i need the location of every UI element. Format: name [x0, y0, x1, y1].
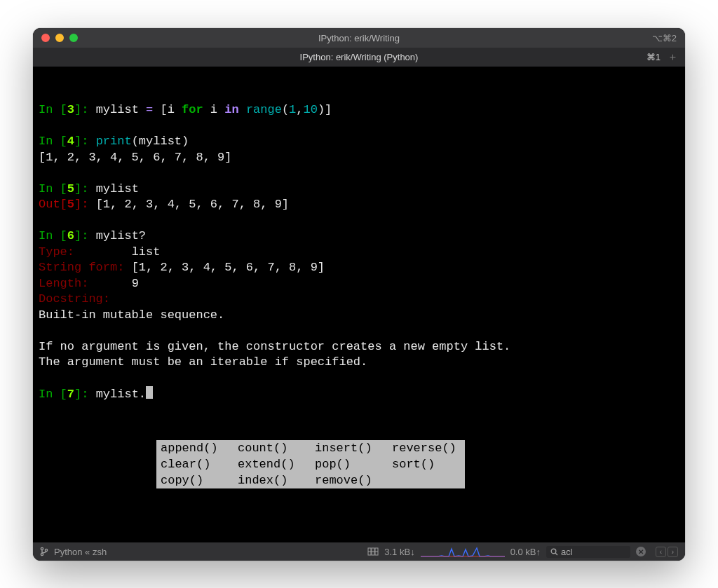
terminal-line: Docstring: [39, 292, 679, 308]
branch-icon [40, 547, 48, 556]
cursor [146, 386, 153, 399]
upload-rate: 0.0 kB↑ [510, 547, 541, 557]
svg-point-0 [41, 547, 43, 549]
terminal-line [39, 118, 679, 135]
search-icon [550, 548, 558, 556]
completion-item[interactable]: clear() [156, 456, 233, 472]
completion-item[interactable]: extend() [233, 456, 311, 472]
download-rate: 3.1 kB↓ [384, 547, 414, 557]
completion-item[interactable]: append() [156, 440, 233, 456]
terminal-body[interactable]: In [3]: mylist = [i for i in range(1,10)… [33, 67, 685, 542]
terminal-line [39, 371, 679, 387]
network-sparkline [421, 546, 505, 557]
svg-point-1 [41, 553, 43, 555]
terminal-line: In [6]: mylist? [39, 228, 679, 245]
svg-line-8 [555, 553, 557, 555]
terminal-line: In [7]: mylist. [39, 386, 679, 403]
minimize-button[interactable] [55, 34, 64, 42]
status-search[interactable]: acl [546, 546, 630, 558]
completion-item[interactable]: reverse() [388, 440, 465, 456]
tabbar: IPython: erik/Writing (Python) ⌘1 ＋ [33, 48, 685, 67]
terminal-line: [1, 2, 3, 4, 5, 6, 7, 8, 9] [39, 150, 679, 166]
terminal-line: In [3]: mylist = [i for i in range(1,10)… [39, 102, 679, 118]
status-process: Python « zsh [54, 547, 107, 557]
completion-item[interactable]: count() [233, 440, 311, 456]
terminal-line: The argument must be an iterable if spec… [39, 355, 679, 371]
svg-point-7 [551, 549, 556, 554]
close-button[interactable] [41, 34, 50, 42]
completion-popup[interactable]: append()count()insert()reverse()clear()e… [156, 440, 465, 488]
network-icon [367, 547, 379, 556]
completion-item[interactable]: remove() [311, 472, 388, 488]
terminal-line: If no argument is given, the constructor… [39, 339, 679, 355]
terminal-line [39, 213, 679, 229]
terminal-line: In [4]: print(mylist) [39, 134, 679, 150]
clear-search-button[interactable]: ✕ [636, 547, 646, 556]
statusbar: Python « zsh 3.1 kB↓ 0.0 kB↑ acl ✕ ‹ › [33, 542, 685, 561]
terminal-line: Type: list [39, 245, 679, 261]
window-title: IPython: erik/Writing [318, 33, 400, 43]
terminal-line: Built-in mutable sequence. [39, 308, 679, 324]
terminal-line: Out[5]: [1, 2, 3, 4, 5, 6, 7, 8, 9] [39, 197, 679, 213]
traffic-lights [33, 34, 78, 42]
titlebar: IPython: erik/Writing ⌥⌘2 [33, 28, 685, 48]
titlebar-shortcut: ⌥⌘2 [652, 33, 677, 43]
new-tab-button[interactable]: ＋ [668, 50, 678, 64]
search-text: acl [561, 547, 573, 557]
completion-item[interactable]: copy() [156, 472, 233, 488]
maximize-button[interactable] [69, 34, 78, 42]
svg-point-2 [45, 549, 47, 551]
search-next-button[interactable]: › [668, 547, 678, 557]
search-pager: ‹ › [656, 547, 678, 557]
search-prev-button[interactable]: ‹ [656, 547, 666, 557]
terminal-window: IPython: erik/Writing ⌥⌘2 IPython: erik/… [33, 28, 685, 561]
completion-item[interactable]: pop() [311, 456, 388, 472]
completion-item[interactable]: sort() [388, 456, 465, 472]
terminal-line: Length: 9 [39, 276, 679, 292]
tab-title[interactable]: IPython: erik/Writing (Python) [300, 52, 419, 62]
completion-item[interactable]: index() [233, 472, 311, 488]
tab-shortcut: ⌘1 [646, 52, 661, 62]
terminal-line: In [5]: mylist [39, 182, 679, 198]
completion-item[interactable]: insert() [311, 440, 388, 456]
terminal-line [39, 165, 679, 182]
terminal-line [39, 323, 679, 339]
terminal-line: String form: [1, 2, 3, 4, 5, 6, 7, 8, 9] [39, 260, 679, 276]
